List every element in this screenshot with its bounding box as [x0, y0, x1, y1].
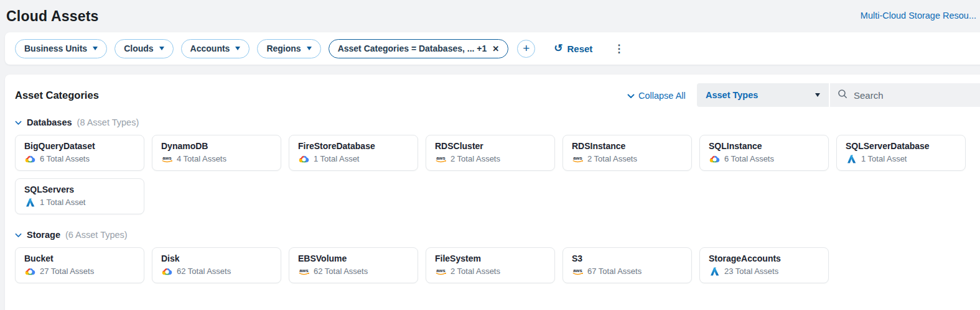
asset-type-card-bucket[interactable]: Bucket 27 Total Assets	[15, 247, 144, 283]
section-name: Storage	[27, 230, 60, 240]
top-header: Cloud Assets Multi-Cloud Storage Resou..…	[0, 0, 980, 32]
asset-type-meta: aws 62 Total Assets	[298, 267, 409, 276]
filter-pill-label: Accounts	[190, 43, 230, 53]
asset-type-meta: 62 Total Assets	[161, 267, 272, 276]
asset-type-meta: 1 Total Asset	[846, 154, 956, 163]
multi-cloud-storage-link[interactable]: Multi-Cloud Storage Resou...	[861, 11, 976, 21]
page-title: Cloud Assets	[6, 8, 99, 25]
filter-pill-label: Clouds	[124, 43, 153, 53]
asset-total-count: 1 Total Asset	[861, 154, 907, 163]
asset-total-count: 2 Total Assets	[587, 154, 637, 163]
collapse-all-button[interactable]: Collapse All	[627, 91, 686, 101]
asset-total-count: 62 Total Assets	[314, 267, 368, 276]
asset-categories-panel: Asset Categories Collapse All Asset Type…	[5, 75, 980, 310]
search-icon	[838, 89, 847, 101]
panel-title: Asset Categories	[15, 89, 99, 101]
section-name: Databases	[27, 117, 72, 127]
asset-type-card-storageaccounts[interactable]: StorageAccounts 23 Total Assets	[699, 247, 829, 283]
asset-type-meta: aws 4 Total Assets	[161, 154, 272, 163]
chevron-down-icon	[815, 93, 820, 97]
asset-type-name: FileSystem	[435, 253, 546, 263]
gcp-icon	[709, 154, 721, 163]
svg-text:aws: aws	[436, 267, 445, 273]
filter-pill-regions[interactable]: Regions	[257, 39, 320, 58]
aws-icon: aws	[572, 267, 584, 276]
asset-total-count: 1 Total Asset	[40, 198, 85, 207]
azure-icon	[709, 267, 721, 276]
collapse-all-label: Collapse All	[638, 91, 686, 101]
asset-type-name: FireStoreDatabase	[298, 141, 409, 151]
asset-type-meta: aws 67 Total Assets	[572, 267, 683, 276]
asset-type-card-dynamodb[interactable]: DynamoDB aws 4 Total Assets	[152, 135, 281, 171]
asset-type-meta: 27 Total Assets	[24, 267, 135, 276]
asset-type-meta: 23 Total Assets	[709, 267, 819, 276]
asset-type-meta: aws 2 Total Assets	[435, 154, 546, 163]
svg-text:aws: aws	[573, 155, 582, 160]
search-input[interactable]	[854, 90, 966, 101]
asset-type-meta: aws 2 Total Assets	[435, 267, 546, 276]
chevron-down-icon	[15, 117, 22, 128]
section-header-toggle[interactable]: Storage (6 Asset Types)	[15, 229, 978, 240]
active-filter-pill-asset-categories[interactable]: Asset Categories = Databases, ... +1 ✕	[329, 39, 509, 58]
asset-type-card-ebsvolume[interactable]: EBSVolume aws 62 Total Assets	[289, 247, 418, 283]
aws-icon: aws	[161, 154, 173, 163]
asset-type-card-s3[interactable]: S3 aws 67 Total Assets	[562, 247, 692, 283]
gcp-icon	[161, 267, 173, 276]
asset-type-name: EBSVolume	[298, 253, 409, 263]
chevron-down-icon	[235, 47, 240, 50]
asset-type-card-rdsinstance[interactable]: RDSInstance aws 2 Total Assets	[562, 135, 692, 171]
filter-pill-label: Regions	[266, 43, 301, 53]
svg-text:aws: aws	[299, 267, 308, 273]
asset-type-card-bigquerydataset[interactable]: BigQueryDataset 6 Total Assets	[15, 135, 144, 171]
asset-type-card-sqlserverdatabase[interactable]: SQLServerDatabase 1 Total Asset	[836, 135, 966, 171]
asset-type-card-firestoredatabase[interactable]: FireStoreDatabase 1 Total Asset	[289, 135, 418, 171]
reset-filters-button[interactable]: ↺ Reset	[554, 42, 592, 55]
asset-type-meta: 1 Total Asset	[24, 198, 135, 207]
section-asset-type-count: (8 Asset Types)	[77, 117, 139, 127]
more-options-kebab-icon[interactable]: ⋮	[614, 43, 624, 54]
add-filter-button[interactable]: +	[517, 40, 535, 58]
chevron-down-icon	[159, 47, 164, 50]
asset-type-card-filesystem[interactable]: FileSystem aws 2 Total Assets	[426, 247, 555, 283]
gcp-icon	[24, 154, 36, 163]
svg-text:aws: aws	[162, 155, 171, 160]
asset-total-count: 62 Total Assets	[177, 267, 231, 276]
remove-filter-icon[interactable]: ✕	[492, 45, 499, 53]
asset-type-card-disk[interactable]: Disk 62 Total Assets	[152, 247, 281, 283]
asset-type-name: SQLServers	[24, 185, 135, 194]
filter-pill-business-units[interactable]: Business Units	[15, 39, 107, 58]
active-filter-label: Asset Categories = Databases, ... +1	[338, 43, 487, 53]
asset-total-count: 27 Total Assets	[40, 267, 94, 276]
asset-type-meta: 6 Total Assets	[24, 154, 135, 163]
filter-pill-clouds[interactable]: Clouds	[114, 39, 173, 58]
asset-type-card-rdscluster[interactable]: RDSCluster aws 2 Total Assets	[426, 135, 555, 171]
aws-icon: aws	[298, 267, 310, 276]
asset-type-meta: 6 Total Assets	[709, 154, 819, 163]
chevron-down-icon	[627, 91, 635, 101]
asset-type-cards: Bucket 27 Total Assets Disk 62 Total Ass…	[15, 247, 978, 283]
asset-type-name: RDSCluster	[435, 141, 546, 151]
asset-type-card-sqlinstance[interactable]: SQLInstance 6 Total Assets	[699, 135, 829, 171]
asset-type-name: StorageAccounts	[709, 253, 819, 263]
svg-text:aws: aws	[436, 155, 445, 160]
asset-total-count: 2 Total Assets	[450, 267, 500, 276]
chevron-down-icon	[307, 47, 312, 50]
asset-type-name: S3	[572, 253, 683, 263]
svg-text:aws: aws	[573, 267, 582, 273]
asset-total-count: 23 Total Assets	[724, 267, 778, 276]
section-header-toggle[interactable]: Databases (8 Asset Types)	[15, 117, 978, 128]
azure-icon	[846, 154, 857, 163]
asset-type-name: RDSInstance	[572, 141, 683, 151]
group-by-select[interactable]: Asset Types	[697, 83, 829, 107]
azure-icon	[24, 198, 36, 207]
asset-type-cards: BigQueryDataset 6 Total Assets DynamoDB …	[15, 135, 978, 214]
aws-icon: aws	[572, 154, 584, 163]
filter-pill-accounts[interactable]: Accounts	[181, 39, 250, 58]
gcp-icon	[298, 154, 310, 163]
chevron-down-icon	[93, 47, 98, 50]
asset-total-count: 2 Total Assets	[450, 154, 500, 163]
asset-total-count: 1 Total Asset	[314, 154, 359, 163]
section-asset-type-count: (6 Asset Types)	[65, 230, 128, 240]
asset-type-card-sqlservers[interactable]: SQLServers 1 Total Asset	[15, 178, 144, 214]
asset-type-name: BigQueryDataset	[24, 141, 135, 151]
